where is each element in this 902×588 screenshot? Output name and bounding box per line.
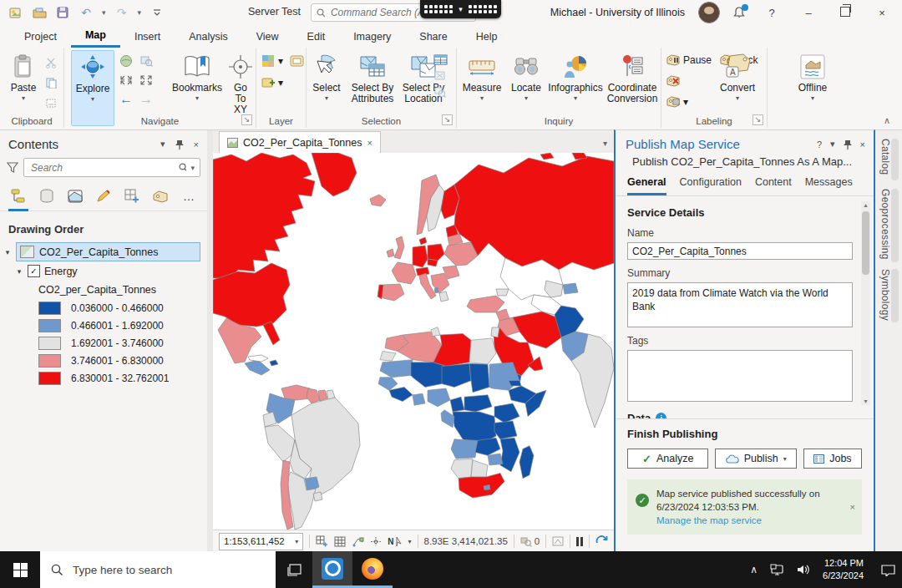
tags-field[interactable] [627,350,853,402]
infographics-button[interactable]: Infographics ▾ [547,50,604,102]
contents-search[interactable]: ▾ [23,158,200,177]
select-chevron-icon[interactable]: ▾ [325,94,328,102]
scrollbar[interactable]: ▴ ▾ [861,201,870,405]
add-grid-icon[interactable] [316,535,328,547]
notifications-icon[interactable] [733,6,747,19]
save-project-icon[interactable] [55,5,70,20]
go-to-xy-button[interactable]: Go To XY [228,50,253,115]
zoom-selection-icon[interactable]: 0 [520,536,540,547]
arcgis-pro-taskbar-button[interactable] [312,551,352,588]
status-chevron-icon[interactable]: ▾ [408,538,412,545]
legend-class-row[interactable]: 3.746001 - 6.830000 [0,352,207,369]
basemap-chevron-icon[interactable]: ▾ [278,55,283,67]
search-chevron-icon[interactable]: ▾ [190,164,195,172]
labeling-launcher-icon[interactable]: ↘ [753,114,763,125]
tab-insert[interactable]: Insert [120,25,175,48]
map-tree-item[interactable]: ▾ CO2_Per_Capita_Tonnes [0,241,207,263]
panel-pin-icon[interactable] [844,139,852,150]
tray-expand-icon[interactable]: ∧ [750,564,758,575]
locate-button[interactable]: Locate ▾ [507,50,545,102]
redo-icon[interactable]: ↷ [114,5,129,20]
scroll-up-icon[interactable]: ▴ [861,201,870,209]
customize-quick-access-icon[interactable] [149,5,165,20]
convert-chevron-icon[interactable]: ▾ [736,94,739,102]
navigate-launcher-icon[interactable]: ↘ [241,114,252,125]
add-data-icon[interactable] [261,76,275,89]
contents-search-input[interactable] [29,161,175,175]
taskbar-clock[interactable]: 12:04 PM 6/23/2024 [823,557,864,582]
measure-chevron-icon[interactable]: ▾ [480,94,484,102]
legend-class-row[interactable]: 6.830001 - 32.762001 [0,369,207,387]
convert-button[interactable]: A Convert ▾ [713,50,762,102]
offline-button[interactable]: Offline ▾ [789,50,836,102]
basemap-icon[interactable] [261,54,275,68]
manage-map-service-link[interactable]: Manage the map service [656,514,839,527]
fixed-zoom-out-icon[interactable] [139,74,153,86]
more-views-icon[interactable]: … [180,187,197,205]
tab-geoprocessing[interactable]: Geoprocessing [879,189,891,260]
bookmarks-chevron-icon[interactable]: ▾ [195,94,199,102]
grid-icon[interactable] [334,536,346,547]
previous-extent-icon[interactable]: ← [119,93,133,106]
add-join-icon[interactable] [124,187,140,205]
selection-launcher-icon[interactable]: ↘ [442,114,453,125]
next-extent-icon[interactable]: → [139,93,153,106]
map-view-tab[interactable]: CO2_Per_Capita_Tonnes × [219,131,381,153]
filter-icon[interactable] [7,162,18,173]
zoom-extent-icon[interactable] [139,54,153,68]
select-by-attributes-button[interactable]: Select By Attributes [347,50,398,104]
tab-help[interactable]: Help [462,25,512,48]
open-project-icon[interactable] [32,5,47,20]
tab-share[interactable]: Share [405,25,461,48]
legend-class-row[interactable]: 0.466001 - 1.692000 [0,317,207,334]
list-by-drawing-order-icon[interactable] [10,187,27,205]
legend-class-row[interactable]: 0.036000 - 0.466000 [0,299,207,317]
list-by-snapping-icon[interactable] [67,187,84,205]
firefox-taskbar-button[interactable] [352,551,393,588]
redo-chevron-icon[interactable]: ▾ [138,8,142,17]
expand-icon[interactable]: ▾ [15,267,23,276]
tab-configuration[interactable]: Configuration [680,176,742,195]
copy-icon[interactable] [45,74,57,91]
tab-map[interactable]: Map [71,25,120,48]
layer-tree-item[interactable]: ▾ ✓ Energy [0,263,207,279]
close-map-tab-icon[interactable]: × [367,138,372,148]
summary-field[interactable]: 2019 data from Climate Watch via the Wor… [627,282,853,327]
list-by-data-source-icon[interactable] [38,187,55,205]
scroll-down-icon[interactable]: ▾ [861,398,870,405]
tab-project[interactable]: Project [10,25,71,48]
scrollbar-thumb[interactable] [862,211,869,275]
legend-class-row[interactable]: 1.692001 - 3.746000 [0,334,207,352]
offline-chevron-icon[interactable]: ▾ [811,94,814,102]
panel-menu-chevron-icon[interactable]: ▾ [830,139,835,150]
tab-symbology[interactable]: Symbology [879,269,891,321]
minimize-button[interactable]: – [797,7,820,19]
crosshair-icon[interactable] [370,536,382,547]
pause-drawing-icon[interactable] [576,537,583,546]
explore-chevron-icon[interactable]: ▾ [91,95,94,103]
collapse-ribbon-icon[interactable]: ∧ [884,115,890,126]
attribute-table-icon[interactable] [433,54,448,65]
contents-menu-chevron-icon[interactable]: ▾ [160,139,165,150]
new-project-icon[interactable] [8,5,23,20]
undo-icon[interactable]: ↶ [79,5,94,20]
select-button[interactable]: Select ▾ [308,50,345,102]
select-tool-icon[interactable] [552,536,564,546]
map-canvas[interactable] [213,153,614,530]
analyze-button[interactable]: ✓ Analyze [627,449,708,469]
network-icon[interactable] [770,564,784,575]
infographics-chevron-icon[interactable]: ▾ [574,94,577,102]
full-extent-icon[interactable] [119,54,133,68]
tab-general[interactable]: General [627,176,666,195]
user-avatar[interactable] [698,2,720,23]
tab-analysis[interactable]: Analysis [175,25,242,48]
tab-edit[interactable]: Edit [293,25,340,48]
tab-catalog[interactable]: Catalog [879,139,891,175]
paste-chevron-icon[interactable]: ▾ [22,94,25,102]
edit-pencil-icon[interactable] [95,187,112,205]
tab-view[interactable]: View [242,25,293,48]
refresh-icon[interactable] [595,535,608,547]
clear-selection-icon[interactable] [433,70,448,81]
tab-messages[interactable]: Messages [805,176,853,195]
restore-button[interactable] [834,7,857,19]
